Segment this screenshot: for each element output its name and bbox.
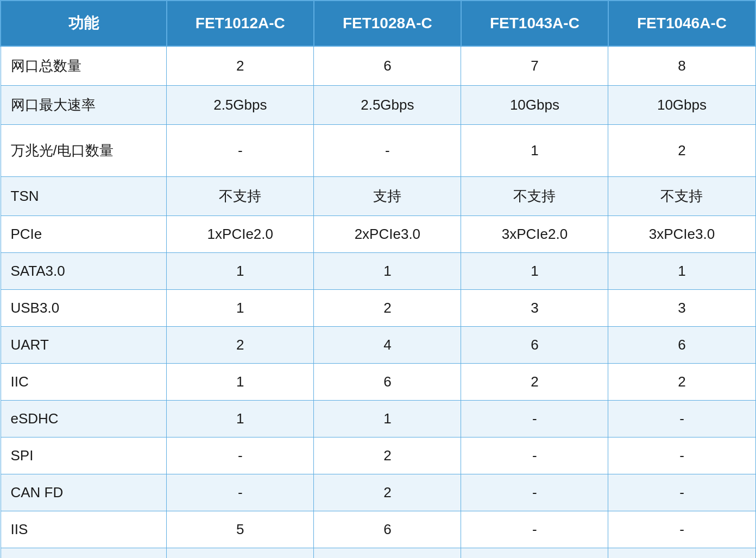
cell-value: 2.5Gbps <box>314 86 461 125</box>
header-fet1043: FET1043A-C <box>461 1 608 46</box>
cell-value: 2 <box>608 125 755 177</box>
cell-feature: IIS <box>1 511 167 548</box>
table-row: 网口最大速率2.5Gbps2.5Gbps10Gbps10Gbps <box>1 86 755 125</box>
cell-feature: SPI <box>1 437 167 474</box>
cell-value: - <box>608 401 755 437</box>
cell-value: 6 <box>461 327 608 364</box>
cell-value: - <box>461 474 608 511</box>
cell-value: 3 <box>461 290 608 327</box>
cell-feature: SATA3.0 <box>1 253 167 290</box>
cell-value: 不支持 <box>461 177 608 216</box>
cell-value: 3xPCIe2.0 <box>461 216 608 253</box>
cell-value: 4K <box>314 548 461 559</box>
cell-feature: eSDHC <box>1 401 167 437</box>
cell-value: 10Gbps <box>608 86 755 125</box>
table-row: eSDHC11-- <box>1 401 755 437</box>
table-row: PCIe1xPCIe2.02xPCIe3.03xPCIe2.03xPCIe3.0 <box>1 216 755 253</box>
cell-feature: USB3.0 <box>1 290 167 327</box>
cell-value: - <box>167 125 314 177</box>
cell-value: - <box>608 474 755 511</box>
cell-value: - <box>608 511 755 548</box>
cell-value: - <box>461 401 608 437</box>
cell-feature: PCIe <box>1 216 167 253</box>
cell-value: 2 <box>461 364 608 401</box>
cell-value: 6 <box>608 327 755 364</box>
cell-value: - <box>167 548 314 559</box>
cell-value: 3 <box>608 290 755 327</box>
cell-value: 支持 <box>314 177 461 216</box>
cell-value: - <box>167 474 314 511</box>
table-row: CAN FD-2-- <box>1 474 755 511</box>
cell-value: 2xPCIe3.0 <box>314 216 461 253</box>
cell-value: 2 <box>167 327 314 364</box>
cell-value: 不支持 <box>167 177 314 216</box>
table-row: IIS56-- <box>1 511 755 548</box>
cell-value: 1 <box>167 290 314 327</box>
cell-value: - <box>608 548 755 559</box>
table-row: USB3.01233 <box>1 290 755 327</box>
cell-value: 不支持 <box>608 177 755 216</box>
cell-value: 2 <box>314 290 461 327</box>
cell-value: 2 <box>608 364 755 401</box>
cell-value: 5 <box>167 511 314 548</box>
header-fet1028: FET1028A-C <box>314 1 461 46</box>
cell-value: - <box>461 437 608 474</box>
table-header-row: 功能 FET1012A-C FET1028A-C FET1043A-C FET1… <box>1 1 755 46</box>
cell-value: 6 <box>314 364 461 401</box>
cell-value: 2 <box>314 474 461 511</box>
header-feature: 功能 <box>1 1 167 46</box>
cell-value: - <box>608 437 755 474</box>
table-row: Display Port-4K-- <box>1 548 755 559</box>
cell-value: 2 <box>314 437 461 474</box>
cell-value: - <box>461 548 608 559</box>
cell-value: - <box>314 125 461 177</box>
cell-value: 4 <box>314 327 461 364</box>
comparison-table-wrapper: 功能 FET1012A-C FET1028A-C FET1043A-C FET1… <box>0 0 756 558</box>
cell-value: 1 <box>461 125 608 177</box>
cell-value: 1 <box>314 401 461 437</box>
cell-feature: 万兆光/电口数量 <box>1 125 167 177</box>
table-row: IIC1622 <box>1 364 755 401</box>
cell-value: 1 <box>608 253 755 290</box>
cell-value: - <box>167 437 314 474</box>
header-fet1046: FET1046A-C <box>608 1 755 46</box>
cell-feature: Display Port <box>1 548 167 559</box>
cell-value: 6 <box>314 511 461 548</box>
cell-value: 8 <box>608 46 755 86</box>
table-row: TSN不支持支持不支持不支持 <box>1 177 755 216</box>
cell-value: 7 <box>461 46 608 86</box>
table-row: 万兆光/电口数量--12 <box>1 125 755 177</box>
cell-value: 2 <box>167 46 314 86</box>
table-row: SATA3.01111 <box>1 253 755 290</box>
cell-value: 1xPCIe2.0 <box>167 216 314 253</box>
table-row: SPI-2-- <box>1 437 755 474</box>
cell-value: 2.5Gbps <box>167 86 314 125</box>
comparison-table: 功能 FET1012A-C FET1028A-C FET1043A-C FET1… <box>0 0 756 558</box>
cell-feature: IIC <box>1 364 167 401</box>
cell-value: 6 <box>314 46 461 86</box>
cell-feature: 网口最大速率 <box>1 86 167 125</box>
cell-value: 1 <box>167 253 314 290</box>
table-row: 网口总数量2678 <box>1 46 755 86</box>
cell-value: 3xPCIe3.0 <box>608 216 755 253</box>
cell-feature: 网口总数量 <box>1 46 167 86</box>
cell-value: 1 <box>167 364 314 401</box>
cell-feature: UART <box>1 327 167 364</box>
cell-value: 1 <box>314 253 461 290</box>
cell-feature: CAN FD <box>1 474 167 511</box>
cell-value: 1 <box>461 253 608 290</box>
header-fet1012: FET1012A-C <box>167 1 314 46</box>
cell-value: 10Gbps <box>461 86 608 125</box>
cell-feature: TSN <box>1 177 167 216</box>
cell-value: - <box>461 511 608 548</box>
cell-value: 1 <box>167 401 314 437</box>
table-row: UART2466 <box>1 327 755 364</box>
